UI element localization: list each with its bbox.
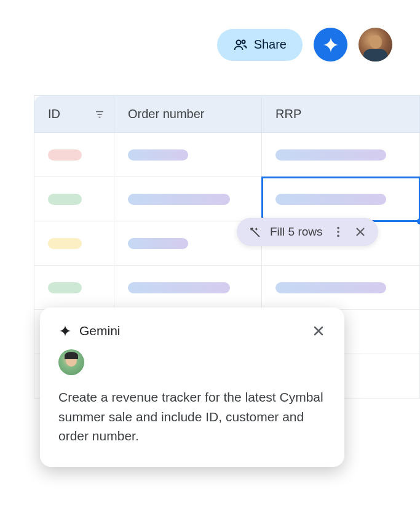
close-gemini-button[interactable]	[311, 324, 326, 338]
filter-icon[interactable]	[94, 109, 105, 120]
cell-placeholder	[128, 194, 230, 205]
cell-placeholder	[48, 149, 82, 161]
top-bar: Share	[217, 28, 392, 62]
cell-placeholder	[275, 282, 386, 293]
gemini-header: Gemini	[58, 324, 326, 338]
people-icon	[233, 38, 248, 52]
user-avatar[interactable]	[359, 28, 392, 62]
prompt-user-avatar	[58, 349, 84, 375]
fill-rows-pill[interactable]: Fill 5 rows	[237, 218, 378, 246]
column-header-rrp[interactable]: RRP	[262, 96, 420, 133]
cell-placeholder	[48, 282, 82, 293]
selected-cell[interactable]	[262, 177, 420, 221]
cell-placeholder	[48, 194, 82, 205]
table-row[interactable]	[34, 133, 420, 177]
cell-placeholder	[275, 149, 386, 161]
svg-point-3	[337, 231, 339, 233]
cell-placeholder	[128, 238, 188, 249]
column-header-id[interactable]: ID	[34, 96, 114, 133]
table-row[interactable]	[34, 177, 420, 221]
cell-placeholder	[275, 194, 386, 205]
spark-icon	[322, 36, 340, 54]
magic-wand-icon	[248, 225, 261, 239]
more-vertical-icon	[331, 225, 345, 239]
cell-placeholder	[128, 149, 188, 161]
close-icon	[354, 225, 367, 239]
column-header-order[interactable]: Order number	[114, 96, 262, 133]
gemini-panel: Gemini Create a revenue tracker for the …	[40, 308, 344, 467]
gemini-spark-button[interactable]	[314, 28, 347, 62]
more-options-button[interactable]	[331, 225, 345, 239]
spark-icon	[58, 324, 72, 338]
svg-point-2	[337, 227, 339, 229]
close-icon	[311, 324, 326, 338]
fill-pill-label: Fill 5 rows	[270, 225, 323, 239]
share-label: Share	[254, 38, 287, 52]
close-pill-button[interactable]	[354, 225, 367, 239]
table-row[interactable]	[34, 266, 420, 310]
cell-placeholder	[128, 282, 230, 293]
svg-point-4	[337, 235, 339, 237]
svg-point-1	[242, 40, 245, 43]
gemini-title: Gemini	[58, 324, 121, 338]
gemini-prompt-text: Create a revenue tracker for the latest …	[58, 387, 326, 446]
share-button[interactable]: Share	[217, 29, 303, 61]
cell-placeholder	[48, 238, 82, 249]
svg-point-0	[236, 40, 240, 44]
